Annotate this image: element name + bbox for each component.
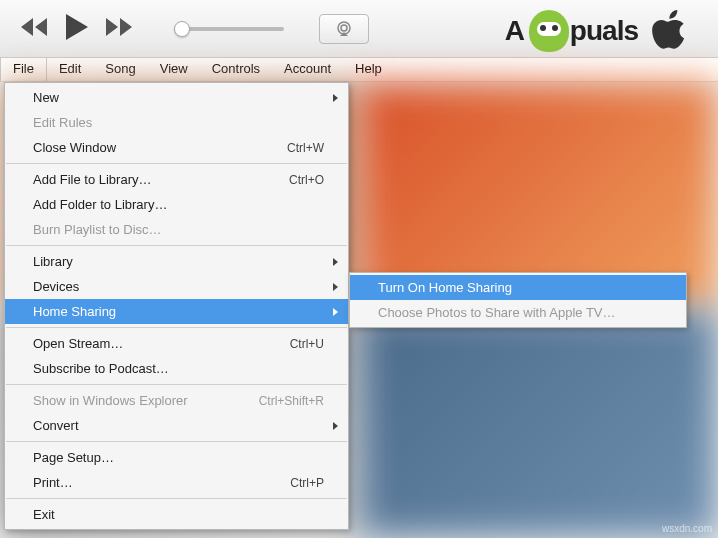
menu-item[interactable]: Open Stream…Ctrl+U	[5, 331, 348, 356]
menu-shortcut: Ctrl+W	[287, 141, 324, 155]
menu-item[interactable]: Exit	[5, 502, 348, 527]
watermark: wsxdn.com	[662, 523, 712, 534]
menu-item[interactable]: Close WindowCtrl+W	[5, 135, 348, 160]
menu-item: Show in Windows ExplorerCtrl+Shift+R	[5, 388, 348, 413]
menu-item-label: Edit Rules	[33, 115, 92, 130]
menu-item[interactable]: Print…Ctrl+P	[5, 470, 348, 495]
menu-separator	[6, 327, 347, 328]
menu-shortcut: Ctrl+O	[289, 173, 324, 187]
chevron-right-icon	[333, 283, 338, 291]
chevron-right-icon	[333, 422, 338, 430]
airplay-button[interactable]	[319, 14, 369, 44]
menu-item[interactable]: Convert	[5, 413, 348, 438]
menu-item-label: Burn Playlist to Disc…	[33, 222, 162, 237]
menu-item: Burn Playlist to Disc…	[5, 217, 348, 242]
menubar: File Edit Song View Controls Account Hel…	[0, 58, 718, 82]
menu-item[interactable]: Add Folder to Library…	[5, 192, 348, 217]
menubar-song[interactable]: Song	[93, 58, 147, 81]
menu-shortcut: Ctrl+U	[290, 337, 324, 351]
menu-item: Choose Photos to Share with Apple TV…	[350, 300, 686, 325]
menu-item-label: Page Setup…	[33, 450, 114, 465]
menu-item-label: Convert	[33, 418, 79, 433]
menu-item-label: Add Folder to Library…	[33, 197, 167, 212]
menu-separator	[6, 441, 347, 442]
menubar-help[interactable]: Help	[343, 58, 394, 81]
menubar-edit[interactable]: Edit	[47, 58, 93, 81]
menubar-account[interactable]: Account	[272, 58, 343, 81]
file-menu: NewEdit RulesClose WindowCtrl+WAdd File …	[4, 82, 349, 530]
menu-item[interactable]: Home Sharing	[5, 299, 348, 324]
apple-logo-icon	[652, 10, 688, 56]
chevron-right-icon	[333, 258, 338, 266]
menu-item-label: New	[33, 90, 59, 105]
menu-item[interactable]: Library	[5, 249, 348, 274]
menu-separator	[6, 245, 347, 246]
menu-item[interactable]: New	[5, 85, 348, 110]
menu-separator	[6, 163, 347, 164]
chevron-right-icon	[333, 308, 338, 316]
menu-shortcut: Ctrl+P	[290, 476, 324, 490]
menu-item-label: Print…	[33, 475, 73, 490]
appuals-logo: A puals	[505, 10, 638, 52]
svg-point-1	[341, 25, 347, 31]
menu-item-label: Turn On Home Sharing	[378, 280, 512, 295]
playback-controls	[20, 14, 134, 44]
menu-separator	[6, 498, 347, 499]
home-sharing-submenu: Turn On Home SharingChoose Photos to Sha…	[349, 272, 687, 328]
menu-separator	[6, 384, 347, 385]
menu-item-label: Choose Photos to Share with Apple TV…	[378, 305, 616, 320]
album-tile[interactable]	[359, 310, 718, 538]
menu-item-label: Exit	[33, 507, 55, 522]
menu-item: Edit Rules	[5, 110, 348, 135]
menu-item-label: Add File to Library…	[33, 172, 152, 187]
menu-item[interactable]: Subscribe to Podcast…	[5, 356, 348, 381]
menu-item-label: Open Stream…	[33, 336, 123, 351]
menu-item-label: Show in Windows Explorer	[33, 393, 188, 408]
menubar-file[interactable]: File	[0, 58, 47, 81]
menu-item-label: Devices	[33, 279, 79, 294]
menu-item-label: Library	[33, 254, 73, 269]
menu-shortcut: Ctrl+Shift+R	[259, 394, 324, 408]
volume-slider[interactable]	[174, 27, 284, 31]
menu-item-label: Subscribe to Podcast…	[33, 361, 169, 376]
chevron-right-icon	[333, 94, 338, 102]
play-button[interactable]	[66, 14, 88, 44]
previous-button[interactable]	[20, 18, 48, 40]
next-button[interactable]	[106, 18, 134, 40]
menubar-view[interactable]: View	[148, 58, 200, 81]
menu-item-label: Home Sharing	[33, 304, 116, 319]
appuals-icon	[529, 10, 569, 52]
menu-item-label: Close Window	[33, 140, 116, 155]
menu-item[interactable]: Turn On Home Sharing	[350, 275, 686, 300]
menu-item[interactable]: Add File to Library…Ctrl+O	[5, 167, 348, 192]
player-toolbar: A puals	[0, 0, 718, 58]
menu-item[interactable]: Devices	[5, 274, 348, 299]
menubar-controls[interactable]: Controls	[200, 58, 272, 81]
menu-item[interactable]: Page Setup…	[5, 445, 348, 470]
